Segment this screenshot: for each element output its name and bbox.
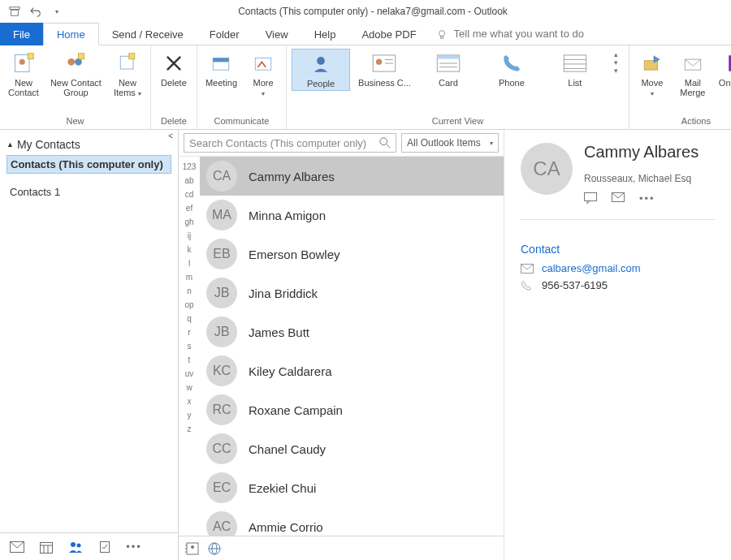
people-icon — [308, 51, 334, 77]
chevron-down-icon: ▾ — [490, 140, 493, 147]
tab-send-receive[interactable]: Send / Receive — [99, 23, 197, 45]
az-index-s[interactable]: s — [179, 339, 200, 353]
search-icon — [379, 137, 391, 149]
svg-point-15 — [317, 57, 325, 65]
az-index-gh[interactable]: gh — [179, 215, 200, 229]
action-email-icon[interactable] — [612, 192, 625, 205]
view-business-card-button[interactable]: Business C... — [355, 49, 414, 89]
nav-heading-my-contacts[interactable]: ▲ My Contacts — [6, 135, 171, 154]
view-card-button[interactable]: Card — [419, 49, 478, 89]
svg-rect-0 — [10, 7, 19, 10]
contact-row[interactable]: CCChanel Caudy — [200, 429, 504, 468]
contact-row[interactable]: RCRoxane Campain — [200, 390, 504, 429]
more-button[interactable]: More▾ — [245, 49, 281, 100]
contact-row[interactable]: ECEzekiel Chui — [200, 468, 504, 507]
contact-row[interactable]: CACammy Albares — [200, 157, 504, 196]
contact-email[interactable]: calbares@gmail.com — [542, 262, 641, 274]
nav-people-icon[interactable] — [68, 540, 83, 554]
az-index-ij[interactable]: ij — [179, 229, 200, 243]
view-people-button[interactable]: People — [292, 49, 350, 91]
tell-me-search[interactable]: Tell me what you want to do — [436, 23, 584, 45]
tab-adobe-pdf[interactable]: Adobe PDF — [348, 23, 429, 45]
contact-row[interactable]: MAMinna Amigon — [200, 196, 504, 235]
qat-customize-icon[interactable]: ▾ — [50, 5, 63, 18]
reading-pane: CA Cammy Albares Rousseaux, Michael Esq … — [504, 130, 731, 560]
nav-item-contacts-1[interactable]: Contacts 1 — [6, 183, 171, 200]
az-index-q[interactable]: q — [179, 312, 200, 325]
qat-archive-icon[interactable] — [8, 5, 21, 18]
az-index-uv[interactable]: uv — [179, 367, 200, 381]
contact-row[interactable]: EBEmerson Bowley — [200, 235, 504, 274]
nav-calendar-icon[interactable] — [39, 540, 54, 554]
list-footer — [179, 536, 504, 560]
folder-pane: < ▲ My Contacts Contacts (This computer … — [0, 130, 179, 560]
action-more-icon[interactable]: ••• — [639, 192, 655, 205]
title-bar: ▾ Contacts (This computer only) - nelaka… — [0, 0, 731, 23]
list-icon — [562, 50, 588, 76]
onenote-button[interactable]: N OneNote — [716, 49, 731, 89]
az-index-z[interactable]: z — [179, 422, 200, 436]
az-index-ef[interactable]: ef — [179, 201, 200, 215]
tab-home[interactable]: Home — [43, 23, 99, 45]
globe-icon[interactable] — [208, 542, 221, 555]
collapse-folder-pane-icon[interactable]: < — [168, 131, 173, 140]
contact-row-name: Jina Briddick — [249, 286, 318, 300]
ribbon-tabs: File Home Send / Receive Folder View Hel… — [0, 23, 731, 45]
az-index-ab[interactable]: ab — [179, 174, 200, 187]
contact-row-name: Kiley Caldarera — [249, 364, 332, 378]
nav-item-contacts-local[interactable]: Contacts (This computer only) — [6, 155, 171, 174]
new-contact-group-button[interactable]: New Contact Group — [47, 49, 105, 99]
meeting-button[interactable]: Meeting — [202, 49, 240, 89]
svg-rect-50 — [585, 193, 597, 201]
view-phone-button[interactable]: Phone — [482, 49, 541, 89]
new-items-button[interactable]: New Items ▾ — [110, 49, 145, 100]
az-index-k[interactable]: k — [179, 243, 200, 256]
qat-undo-icon[interactable] — [29, 5, 42, 18]
nav-tasks-icon[interactable] — [97, 540, 112, 554]
delete-icon — [161, 50, 187, 76]
nav-more-icon[interactable]: ••• — [127, 540, 141, 554]
move-button[interactable]: Move▾ — [634, 49, 670, 100]
az-index-op[interactable]: op — [179, 298, 200, 312]
tab-help[interactable]: Help — [301, 23, 349, 45]
contact-row[interactable]: KCKiley Caldarera — [200, 351, 504, 390]
delete-button[interactable]: Delete — [156, 49, 192, 89]
new-contact-button[interactable]: New Contact — [5, 49, 42, 99]
tab-folder[interactable]: Folder — [197, 23, 253, 45]
az-index-123[interactable]: 123 — [179, 160, 200, 174]
tab-view[interactable]: View — [253, 23, 301, 45]
az-index-t[interactable]: t — [179, 353, 200, 367]
view-gallery-more-button[interactable]: ▴▾▾ — [609, 49, 624, 76]
view-list-button[interactable]: List — [546, 49, 604, 89]
ribbon-group-new: New Contact New Contact Group New Items … — [0, 45, 151, 129]
contact-row[interactable]: ACAmmie Corrio — [200, 507, 504, 536]
window-title: Contacts (This computer only) - nelaka7@… — [63, 6, 682, 17]
new-contact-group-icon — [63, 50, 89, 76]
contact-avatar-small: AC — [206, 511, 237, 536]
az-index-l[interactable]: l — [179, 256, 200, 270]
ribbon-group-delete-label: Delete — [156, 114, 192, 129]
svg-rect-6 — [28, 54, 33, 59]
az-index-r[interactable]: r — [179, 325, 200, 339]
contact-row[interactable]: JBJina Briddick — [200, 274, 504, 312]
search-input[interactable]: Search Contacts (This computer only) — [184, 133, 396, 153]
search-scope-dropdown[interactable]: All Outlook Items ▾ — [401, 133, 499, 153]
action-im-icon[interactable] — [584, 192, 597, 205]
address-book-icon[interactable] — [185, 542, 200, 555]
move-icon — [639, 50, 665, 76]
az-index-w[interactable]: w — [179, 381, 200, 394]
az-index-y[interactable]: y — [179, 408, 200, 422]
az-index-n[interactable]: n — [179, 284, 200, 298]
contact-row[interactable]: JBJames Butt — [200, 312, 504, 351]
tab-file[interactable]: File — [0, 23, 43, 45]
svg-point-37 — [71, 542, 76, 547]
az-index-x[interactable]: x — [179, 394, 200, 408]
new-items-icon — [115, 50, 141, 76]
nav-mail-icon[interactable] — [10, 540, 24, 554]
svg-point-40 — [380, 138, 387, 145]
az-index-m[interactable]: m — [179, 270, 200, 284]
mail-merge-icon — [680, 50, 706, 76]
phone-small-icon — [521, 280, 534, 291]
az-index-cd[interactable]: cd — [179, 187, 200, 201]
mail-merge-button[interactable]: Mail Merge — [675, 49, 711, 99]
